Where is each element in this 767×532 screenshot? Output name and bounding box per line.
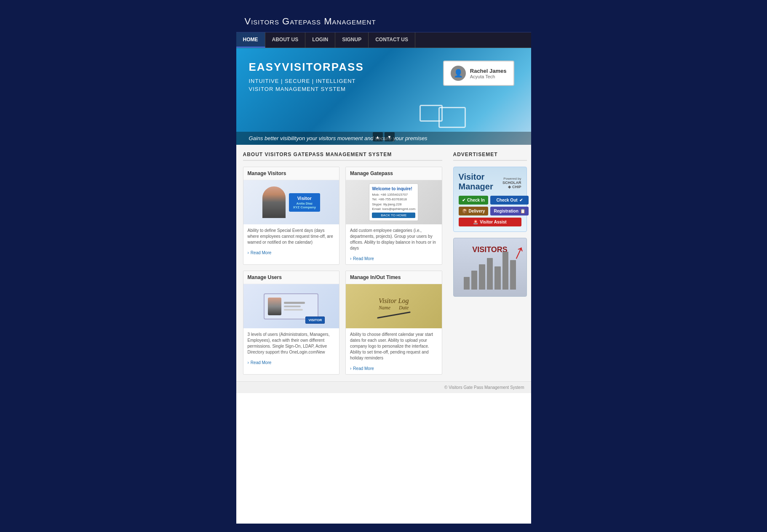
- checkout-label: Check Out: [497, 198, 518, 202]
- chart-title: VISITORS: [460, 245, 521, 254]
- checkout-icon: ✔: [519, 198, 523, 202]
- check-icon: ✔: [462, 198, 465, 202]
- bar-2: [471, 271, 477, 290]
- sidebar-ad-title: ADVERTISEMET: [453, 152, 527, 161]
- hero-avatar: 👤: [451, 66, 466, 81]
- checkin-button[interactable]: ✔ Check In: [459, 196, 489, 205]
- bar-3: [479, 264, 485, 290]
- card-manage-inout: Manage In/Out Times Visitor Log Name Dat…: [345, 271, 442, 375]
- card-manage-gatepass-header: Manage Gatepass: [346, 167, 442, 180]
- card-manage-gatepass-image: Welcome to inquire! Mob: +86 13554015707…: [346, 180, 442, 224]
- cards-grid: Manage Visitors Visitor Anita Diaz XYZ C…: [243, 167, 442, 375]
- site-header: Visitors Gatepass Management: [236, 8, 531, 32]
- checkout-button[interactable]: Check Out ✔: [490, 196, 528, 205]
- card-manage-visitors-body: Ability to define Special Event days (da…: [243, 224, 339, 249]
- card-manage-users-image: VISITOR: [243, 284, 339, 328]
- ad-buttons-grid: ✔ Check In Check Out ✔ 📦 Delivery Reg: [459, 196, 521, 215]
- card-manage-visitors-image: Visitor Anita Diaz XYZ Company: [243, 180, 339, 224]
- card-manage-gatepass-body: Add custom employee categories (i.e., de…: [346, 224, 442, 255]
- hero-nav-buttons: ▲ ▼: [373, 132, 395, 141]
- nav-item-signup[interactable]: SIGNUP: [335, 32, 369, 48]
- hero-card-org: Acyuta Tech: [470, 74, 507, 79]
- hero-content: EASYVISITORPASS INTUITIVE | SECURE | INT…: [249, 61, 411, 92]
- nav-item-login[interactable]: LOGIN: [305, 32, 335, 48]
- footer-text: © Visitors Gate Pass Management System: [444, 385, 524, 390]
- delivery-button[interactable]: 📦 Delivery: [459, 207, 489, 215]
- delivery-icon: 📦: [462, 209, 467, 213]
- bar-7: [510, 260, 516, 290]
- card-manage-users-header: Manage Users: [243, 271, 339, 284]
- registration-icon: 📋: [520, 209, 525, 213]
- content-inner: ABOUT VISITORS GATEPASS MANAGEMENT SYSTE…: [236, 145, 531, 381]
- nav-item-about[interactable]: ABOUT US: [265, 32, 306, 48]
- footer: © Visitors Gate Pass Management System: [236, 381, 531, 393]
- visitor-manager-title: Visitor Manager: [459, 172, 500, 192]
- hero-card-name: Rachel James: [470, 68, 507, 74]
- assist-icon: 🚨: [473, 220, 478, 224]
- hero-subtitle1: INTUITIVE | SECURE | INTELLIGENT: [249, 78, 411, 84]
- assist-label: Visitor Assist: [480, 220, 506, 224]
- hero-banner: EASYVISITORPASS INTUITIVE | SECURE | INT…: [236, 48, 531, 145]
- hero-frame2: [438, 107, 466, 128]
- main-container: Visitors Gatepass Management HOME ABOUT …: [236, 8, 531, 524]
- nav-item-contact[interactable]: CONTACT US: [369, 32, 415, 48]
- scholar-chip-label: SCHOLAR ◈ CHIP: [500, 181, 521, 189]
- about-section-title: ABOUT VISITORS GATEPASS MANAGEMENT SYSTE…: [243, 152, 442, 161]
- delivery-label: Delivery: [469, 209, 485, 213]
- card-manage-users-link[interactable]: › Read More: [243, 359, 339, 368]
- card-manage-inout-body: Ability to choose different calendar yea…: [346, 328, 442, 364]
- card-manage-inout-header: Manage In/Out Times: [346, 271, 442, 284]
- nav-item-home[interactable]: HOME: [236, 32, 265, 48]
- visitor-assist-button[interactable]: 🚨 Visitor Assist: [459, 218, 521, 226]
- registration-label: Registration: [494, 209, 518, 213]
- main-content: ABOUT VISITORS GATEPASS MANAGEMENT SYSTE…: [236, 145, 449, 381]
- site-title: Visitors Gatepass Management: [245, 16, 523, 27]
- hero-id-card: 👤 Rachel James Acyuta Tech: [443, 61, 514, 86]
- bar-5: [494, 266, 500, 290]
- card-manage-gatepass-link[interactable]: › Read More: [346, 255, 442, 264]
- hero-nav-down[interactable]: ▼: [385, 132, 395, 141]
- visitor-chart: VISITORS ↑: [455, 241, 525, 294]
- bar-6: [502, 252, 508, 290]
- registration-button[interactable]: Registration 📋: [490, 207, 528, 215]
- checkin-label: Check In: [467, 198, 485, 202]
- content-area: ABOUT VISITORS GATEPASS MANAGEMENT SYSTE…: [236, 145, 531, 393]
- card-manage-visitors-link[interactable]: › Read More: [243, 249, 339, 258]
- card-manage-gatepass: Manage Gatepass Welcome to inquire! Mob:…: [345, 167, 442, 265]
- card-manage-visitors-header: Manage Visitors: [243, 167, 339, 180]
- hero-subtitle2: VISITOR MANAGEMENT SYSTEM: [249, 86, 411, 92]
- card-manage-inout-link[interactable]: › Read More: [346, 364, 442, 374]
- card-manage-users: Manage Users: [243, 271, 340, 375]
- visitors-chart-ad: VISITORS ↑: [453, 238, 527, 297]
- card-manage-inout-image: Visitor Log Name Date: [346, 284, 442, 328]
- bar-4: [487, 258, 493, 290]
- card-manage-users-body: 3 levels of users (Administrators, Manag…: [243, 328, 339, 359]
- powered-by-text: Powered by: [500, 177, 521, 181]
- visitor-manager-ad: Visitor Manager Powered by SCHOLAR ◈ CHI…: [453, 167, 527, 232]
- nav-bar: HOME ABOUT US LOGIN SIGNUP CONTACT US: [236, 32, 531, 48]
- hero-title: EASYVISITORPASS: [249, 61, 411, 74]
- card-manage-visitors: Manage Visitors Visitor Anita Diaz XYZ C…: [243, 167, 340, 265]
- sidebar: ADVERTISEMET Visitor Manager Powered by …: [449, 145, 531, 381]
- bar-1: [464, 277, 470, 290]
- hero-nav-up[interactable]: ▲: [373, 132, 383, 141]
